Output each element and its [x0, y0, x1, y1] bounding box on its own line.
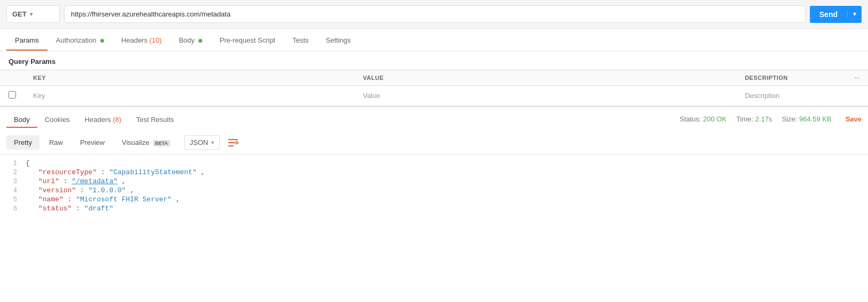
description-cell[interactable]: Description	[736, 86, 846, 106]
save-button[interactable]: Save	[841, 115, 862, 123]
response-header: Body Cookies Headers (8) Test Results St…	[0, 107, 868, 131]
row-actions	[846, 86, 868, 106]
status-group: Status: 200 OK	[680, 115, 727, 123]
resp-tab-headers[interactable]: Headers (8)	[77, 110, 129, 128]
json-line-6: 6 "status" : "draft"	[0, 204, 868, 213]
authorization-dot	[100, 39, 104, 43]
time-group: Time: 2.17s	[736, 115, 772, 123]
col-key-header: KEY	[25, 70, 354, 86]
fmt-tab-pretty[interactable]: Pretty	[6, 135, 39, 150]
row-checkbox-cell	[0, 86, 25, 106]
fmt-tab-preview[interactable]: Preview	[73, 135, 112, 150]
format-select-chevron: ▾	[211, 140, 214, 145]
col-desc-header: DESCRIPTION	[736, 70, 846, 86]
request-tabs: Params Authorization Headers (10) Body P…	[0, 29, 868, 51]
method-chevron: ▾	[30, 11, 33, 17]
status-value: 200 OK	[703, 115, 727, 123]
tab-prerequest[interactable]: Pre-request Script	[211, 29, 284, 51]
row-checkbox[interactable]	[9, 91, 16, 99]
send-label: Send	[810, 10, 847, 19]
send-button[interactable]: Send ▾	[810, 6, 862, 23]
json-content: 1 { 2 "resourceType" : "CapabilityStatem…	[0, 154, 868, 217]
tab-tests[interactable]: Tests	[284, 29, 317, 51]
response-meta: Status: 200 OK Time: 2.17s Size: 964.59 …	[680, 115, 862, 123]
method-label: GET	[12, 10, 27, 18]
col-value-header: VALUE	[354, 70, 736, 86]
resp-tab-test-results[interactable]: Test Results	[129, 110, 181, 128]
tab-params[interactable]: Params	[6, 29, 47, 51]
size-group: Size: 964.59 KB	[782, 115, 831, 123]
key-cell[interactable]: Key	[25, 86, 354, 106]
tab-authorization[interactable]: Authorization	[47, 29, 113, 51]
json-line-2: 2 "resourceType" : "CapabilityStatement"…	[0, 168, 868, 177]
json-line-4: 4 "version" : "1.0.0.0" ,	[0, 186, 868, 195]
send-dropdown-chevron[interactable]: ▾	[847, 11, 862, 18]
tab-body[interactable]: Body	[170, 29, 211, 51]
response-tabs: Body Cookies Headers (8) Test Results	[6, 110, 680, 128]
tab-settings[interactable]: Settings	[317, 29, 360, 51]
size-value: 964.59 KB	[799, 115, 832, 123]
value-cell[interactable]: Value	[354, 86, 736, 106]
time-value: 2.17s	[755, 115, 773, 123]
resp-tab-body[interactable]: Body	[6, 110, 37, 128]
fmt-tab-visualize[interactable]: Visualize BETA	[114, 135, 177, 150]
top-bar: GET ▾ Send ▾	[0, 0, 868, 29]
fmt-tab-raw[interactable]: Raw	[42, 135, 70, 150]
tab-headers[interactable]: Headers (10)	[113, 29, 170, 51]
method-select[interactable]: GET ▾	[6, 5, 60, 23]
format-select[interactable]: JSON ▾	[184, 135, 220, 150]
json-line-1: 1 {	[0, 159, 868, 168]
query-params-title: Query Params	[0, 51, 868, 70]
params-table: KEY VALUE DESCRIPTION •• Key Value Descr…	[0, 70, 868, 106]
url-input[interactable]	[64, 5, 806, 23]
beta-badge: BETA	[153, 140, 170, 146]
col-actions-header: ••	[846, 70, 868, 86]
wrap-button[interactable]	[227, 137, 239, 149]
format-bar: Pretty Raw Preview Visualize BETA JSON ▾	[0, 131, 868, 154]
json-line-5: 5 "name" : "Microsoft FHIR Server" ,	[0, 195, 868, 204]
table-row: Key Value Description	[0, 86, 868, 106]
wrap-icon	[227, 137, 239, 149]
format-select-label: JSON	[190, 138, 209, 146]
col-checkbox-header	[0, 70, 25, 86]
json-line-3: 3 "url" : "/metadata" ,	[0, 177, 868, 186]
body-dot	[198, 39, 202, 43]
resp-tab-cookies[interactable]: Cookies	[37, 110, 77, 128]
